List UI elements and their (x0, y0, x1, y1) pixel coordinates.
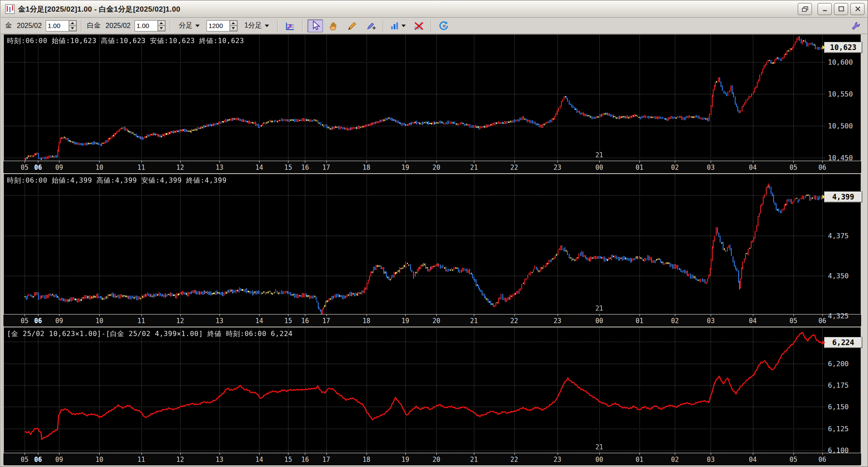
delete-chart-icon (413, 20, 424, 31)
x-tick-mark (474, 453, 474, 455)
x-tick-label: 05 (21, 317, 28, 325)
x-tick-mark (599, 314, 600, 316)
bar-type-dropdown[interactable]: 分足 (175, 20, 204, 32)
y-tick-label: 6,200 (828, 360, 849, 368)
bar-count-value[interactable]: 1200 (207, 21, 229, 31)
x-tick-mark (38, 314, 38, 316)
x-tick-label: 22 (511, 164, 518, 171)
x-tick-label: 20 (432, 164, 440, 171)
gold-date-label: 21 (595, 151, 603, 159)
platinum-multiplier-value[interactable]: 1.00 (135, 21, 157, 31)
x-tick-mark (436, 453, 437, 455)
x-tick-label: 19 (401, 456, 409, 464)
x-tick-label: 22 (511, 317, 518, 325)
y-tick-label: 6,150 (828, 403, 849, 411)
x-tick-mark (38, 453, 38, 455)
x-tick-label: 00 (595, 317, 603, 325)
x-tick-mark (514, 453, 515, 455)
x-tick-mark (711, 161, 711, 163)
toolbar-separator (431, 20, 432, 31)
x-tick-label: 22 (511, 456, 518, 464)
gold-multiplier-buttons[interactable] (69, 21, 76, 31)
databox-icon (285, 20, 296, 31)
spin-up-icon[interactable] (158, 21, 165, 26)
x-tick-label: 23 (554, 456, 561, 464)
x-tick-label: 23 (554, 164, 561, 171)
bar-count-spinner[interactable]: 1200 (207, 20, 238, 31)
platinum-chart-canvas[interactable] (4, 174, 825, 314)
x-tick-label: 20 (432, 317, 440, 325)
select-tool-button[interactable] (307, 19, 323, 32)
x-tick-mark (558, 314, 558, 316)
gold-multiplier-spinner[interactable]: 1.00 (46, 20, 77, 31)
y-tick-label: 10,450 (828, 154, 853, 162)
x-tick-label: 05 (790, 317, 797, 325)
x-tick-mark (711, 314, 711, 316)
x-tick-mark (639, 314, 640, 316)
window-restore-button[interactable] (798, 3, 812, 15)
x-tick-label: 15 (284, 317, 292, 325)
x-tick-mark (259, 161, 260, 163)
pan-tool-button[interactable] (326, 19, 342, 32)
x-tick-label: 13 (216, 164, 223, 171)
x-tick-label: 16 (301, 317, 309, 325)
minimize-button[interactable] (818, 3, 832, 15)
x-tick-label: 02 (671, 317, 679, 325)
spread-chart-canvas[interactable] (4, 328, 825, 453)
chevron-down-icon (195, 25, 200, 27)
spin-down-icon[interactable] (230, 26, 237, 31)
x-tick-mark (288, 314, 288, 316)
platinum-multiplier-spinner[interactable]: 1.00 (135, 20, 166, 31)
x-tick-label: 18 (363, 456, 370, 464)
x-tick-mark (99, 453, 100, 455)
x-tick-mark (305, 453, 305, 455)
x-tick-mark (326, 161, 327, 163)
spin-up-icon[interactable] (230, 21, 237, 26)
x-tick-mark (219, 314, 220, 316)
x-tick-mark (753, 314, 753, 316)
x-tick-label: 12 (176, 456, 184, 464)
x-tick-mark (59, 161, 60, 163)
gold-multiplier-value[interactable]: 1.00 (46, 21, 69, 31)
x-tick-label: 16 (301, 456, 309, 464)
databox-tool-button[interactable] (282, 19, 298, 32)
reload-button[interactable]: R (436, 19, 451, 32)
x-tick-mark (753, 453, 753, 455)
draw-tool-button[interactable] (345, 19, 360, 32)
x-tick-label: 11 (138, 317, 145, 325)
platinum-multiplier-buttons[interactable] (157, 21, 165, 31)
clear-drawings-button[interactable] (411, 19, 426, 32)
x-tick-label: 14 (255, 456, 263, 464)
chart-type-button[interactable] (388, 19, 408, 32)
x-tick-mark (99, 314, 100, 316)
spin-down-icon[interactable] (158, 26, 165, 31)
x-tick-label: 02 (671, 164, 679, 171)
x-tick-label: 05 (21, 456, 28, 464)
spin-up-icon[interactable] (69, 21, 76, 26)
marker-tool-button[interactable] (363, 19, 379, 32)
x-tick-mark (711, 453, 711, 455)
close-button[interactable] (850, 3, 865, 15)
x-tick-label: 02 (671, 456, 679, 464)
settings-wrench-button[interactable] (848, 19, 864, 32)
bar-chart-icon (390, 21, 400, 31)
maximize-button[interactable] (834, 3, 848, 15)
interval-dropdown[interactable]: 1分足 (241, 20, 273, 32)
x-tick-mark (822, 161, 823, 163)
spread-price-badge: 6,224 (824, 337, 862, 348)
x-tick-mark (259, 314, 260, 316)
spin-down-icon[interactable] (69, 26, 76, 31)
x-tick-mark (305, 314, 305, 316)
x-tick-label: 16 (301, 164, 309, 171)
x-tick-label: 01 (636, 317, 643, 325)
x-tick-mark (326, 314, 327, 316)
x-tick-label: 18 (363, 317, 370, 325)
x-tick-mark (599, 161, 600, 163)
x-tick-mark (259, 453, 260, 455)
x-tick-label: 01 (636, 456, 643, 464)
bar-count-buttons[interactable] (229, 21, 237, 31)
x-tick-mark (639, 161, 640, 163)
x-tick-mark (474, 314, 474, 316)
x-tick-mark (305, 161, 305, 163)
gold-chart-canvas[interactable] (4, 35, 825, 161)
